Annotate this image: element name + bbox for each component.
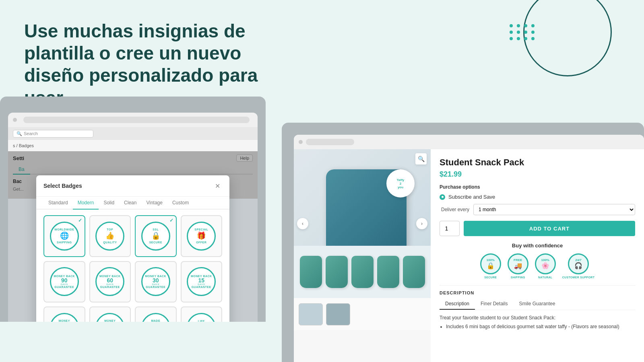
badge-circle-v3: MONEY 💵 BACK — [95, 313, 124, 322]
tab-finer-details[interactable]: Finer Details — [475, 298, 513, 310]
trust-badge-shipping-circle: FREE 🚚 — [508, 253, 528, 274]
badge-circle-90: MONEY BACK 90 DAYS GUARANTEE — [50, 267, 79, 296]
modal-header: Select Badges ✕ — [36, 175, 229, 197]
deliver-every-select[interactable]: 1 month 2 months 3 months — [473, 204, 635, 215]
purchase-options-label: Purchase options — [440, 184, 635, 190]
badge-top-quality[interactable]: TOP 👍 QUALITY — [89, 215, 131, 257]
badge-money-back-60[interactable]: MONEY BACK 60 DAYS GUARANTEE — [89, 261, 131, 303]
badge-circle-special: SPECIAL 🎁 OFFER — [187, 222, 216, 251]
search-icon: 🔍 — [17, 131, 22, 136]
badge-circle-worldwide: WORLDWIDE 🌐 SHIPPING — [50, 222, 79, 251]
tab-vintage[interactable]: Vintage — [141, 197, 167, 209]
desc-list-item-1: Includes 6 mini bags of delicious gourme… — [446, 323, 635, 330]
mini-bag-5 — [403, 256, 425, 288]
quantity-input[interactable] — [440, 221, 460, 236]
badge-worldwide-shipping[interactable]: ✓ WORLDWIDE 🌐 SHIPPING — [43, 215, 85, 257]
right-browser-toolbar — [294, 135, 644, 149]
trust-badge-secure-circle: 100% 🔒 — [480, 253, 501, 274]
right-browser-window: Taffy2you 🔍 ‹ › — [294, 135, 644, 362]
badge-money-back-15[interactable]: MONEY BACK 15 DAYS GUARANTEE — [181, 261, 223, 303]
quantity-and-cart-row: ADD TO CART — [440, 221, 635, 236]
description-section: DESCRIPTION Description Finer Details Sm… — [440, 285, 635, 330]
badge-money-back-v3[interactable]: MONEY 💵 BACK — [89, 306, 131, 322]
badge-made-in[interactable]: MADE 🏭 IN — [135, 306, 177, 322]
tab-modern[interactable]: Modern — [73, 197, 99, 209]
main-product-image: Taffy2you 🔍 ‹ › — [294, 149, 431, 298]
description-tabs: Description Finer Details Smile Guarante… — [440, 298, 635, 310]
badge-ssl-secure[interactable]: ✓ SSL 🔒 SECURE — [135, 215, 177, 257]
buy-with-confidence-label: Buy with confidence — [440, 243, 635, 249]
prev-image-arrow[interactable]: ‹ — [297, 218, 308, 229]
tab-description[interactable]: Description — [440, 298, 475, 310]
left-browser-window: 🔍 Search s / Badges Setti Help Ba Bac Ge… — [8, 113, 258, 322]
trust-badge-shipping: FREE 🚚 SHIPPING — [508, 253, 528, 279]
mini-bag-2 — [326, 256, 348, 288]
right-address-bar — [306, 139, 354, 145]
search-placeholder: Search — [24, 131, 38, 136]
decorative-dots — [510, 24, 535, 40]
add-to-cart-button[interactable]: ADD TO CART — [464, 221, 635, 236]
right-mockup-container: Taffy2you 🔍 ‹ › — [282, 123, 644, 362]
trust-badges-row: 100% 🔒 SECURE FREE 🚚 SHIPPING — [440, 253, 635, 279]
badge-money-back-30[interactable]: MONEY BACK 30 DAYS GUARANTEE — [135, 261, 177, 303]
tab-custom[interactable]: Custom — [167, 197, 194, 209]
product-bag-small-section — [294, 246, 431, 298]
badge-circle-ssl: SSL 🔒 SECURE — [141, 222, 170, 251]
right-browser-dot — [299, 140, 303, 144]
product-image-section: Taffy2you 🔍 ‹ › — [294, 149, 431, 362]
trust-badge-support-circle: 24/7 🎧 — [568, 253, 589, 274]
main-heading: Use muchas insignias de plantilla o cree… — [24, 20, 286, 109]
badge-circle-60: MONEY BACK 60 DAYS GUARANTEE — [95, 267, 124, 296]
mini-bag-4 — [377, 256, 399, 288]
decorative-circle — [523, 0, 612, 76]
browser-toolbar — [8, 113, 258, 127]
badge-lifetime[interactable]: LIFE ⏱ TIME — [181, 306, 223, 322]
trust-badge-secure: 100% 🔒 SECURE — [480, 253, 501, 279]
thumbnail-row — [294, 298, 431, 330]
description-text: Treat your favorite student to our Stude… — [440, 314, 635, 330]
tab-standard[interactable]: Standard — [43, 197, 73, 209]
tab-clean[interactable]: Clean — [119, 197, 141, 209]
tab-solid[interactable]: Solid — [99, 197, 119, 209]
badge-circle-made-in: MADE 🏭 IN — [141, 313, 170, 322]
deliver-every-row: Deliver every 1 month 2 months 3 months — [440, 204, 635, 215]
tab-smile-guarantee[interactable]: Smile Guarantee — [513, 298, 561, 310]
thumbnail-1[interactable] — [299, 303, 323, 325]
thumbnail-2[interactable] — [326, 303, 350, 325]
header-section: Use muchas insignias de plantilla o cree… — [24, 20, 286, 109]
app-content: Setti Help Ba Bac Get... Select Badges ✕ — [8, 151, 258, 199]
product-page-content: Taffy2you 🔍 ‹ › — [294, 149, 644, 362]
product-bag-label: Taffy2you — [386, 169, 415, 197]
next-image-arrow[interactable]: › — [416, 218, 427, 229]
description-label: DESCRIPTION — [440, 290, 635, 295]
product-details-panel: Student Snack Pack $21.99 Purchase optio… — [431, 149, 644, 362]
product-price: $21.99 — [440, 170, 635, 179]
badge-special-offer[interactable]: SPECIAL 🎁 OFFER — [181, 215, 223, 257]
checkmark-icon-ssl: ✓ — [169, 218, 173, 223]
badge-circle-15: MONEY BACK 15 DAYS GUARANTEE — [187, 267, 216, 296]
badge-circle-quality: TOP 👍 QUALITY — [95, 222, 124, 251]
close-icon[interactable]: ✕ — [213, 181, 222, 191]
modal-title: Select Badges — [43, 183, 82, 189]
trust-badge-support: 24/7 🎧 CUSTOMER SUPPORT — [562, 253, 595, 279]
badge-circle-v2: MONEY 💰 BACK — [50, 313, 79, 322]
badge-circle-30: MONEY BACK 30 DAYS GUARANTEE — [141, 267, 170, 296]
subscribe-save-label: Subscribe and Save — [448, 194, 495, 200]
mini-bag-1 — [300, 256, 322, 288]
select-badges-modal: Select Badges ✕ Standard Modern Solid Cl… — [36, 175, 229, 322]
badge-type-tabs: Standard Modern Solid Clean Vintage Cust… — [36, 197, 229, 210]
search-box[interactable]: 🔍 Search — [13, 130, 93, 138]
deliver-every-label: Deliver every — [441, 207, 469, 212]
trust-badge-natural-circle: 100% 🌸 — [535, 253, 556, 274]
badge-money-back-v2[interactable]: MONEY 💰 BACK — [43, 306, 85, 322]
modal-overlay: Select Badges ✕ Standard Modern Solid Cl… — [8, 151, 258, 199]
checkmark-icon: ✓ — [78, 218, 82, 223]
app-topbar: 🔍 Search — [8, 127, 258, 140]
subscribe-save-radio[interactable]: Subscribe and Save — [440, 194, 635, 200]
zoom-button[interactable]: 🔍 — [415, 153, 427, 165]
trust-badge-natural: 100% 🌸 NATURAL — [535, 253, 556, 279]
radio-button-subscribe[interactable] — [440, 194, 445, 200]
breadcrumb: s / Badges — [8, 140, 258, 151]
browser-dot-1 — [13, 118, 17, 122]
badge-money-back-90[interactable]: MONEY BACK 90 DAYS GUARANTEE — [43, 261, 85, 303]
